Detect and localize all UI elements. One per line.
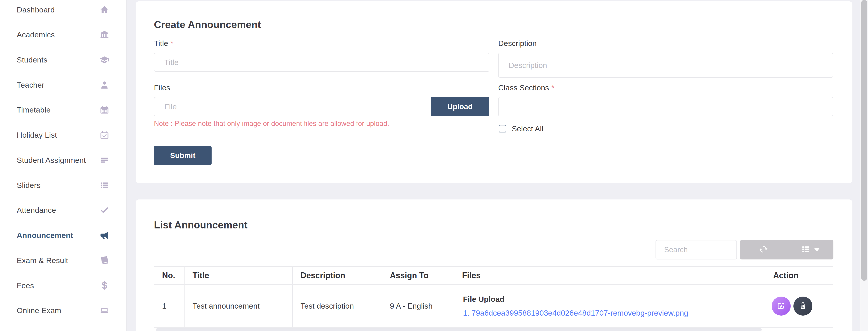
select-all-label: Select All xyxy=(512,124,544,133)
search-input[interactable] xyxy=(656,241,737,259)
sidebar-item-sliders[interactable]: Sliders xyxy=(0,173,126,198)
table-row: 1 Test announcement Test description 9 A… xyxy=(154,285,833,328)
description-input[interactable] xyxy=(499,53,833,77)
create-announcement-card: Create Announcement Title* Description G… xyxy=(135,1,852,183)
sidebar-item-label: Dashboard xyxy=(17,5,55,14)
create-announcement-title: Create Announcement xyxy=(154,19,261,30)
list-lines-icon xyxy=(99,155,110,165)
home-icon xyxy=(99,4,110,15)
col-header-files: Files xyxy=(454,267,765,284)
sidebar: Dashboard Academics Students Teacher Tim… xyxy=(0,0,127,331)
description-input-box xyxy=(498,53,833,78)
sidebar-item-student-assignment[interactable]: Student Assignment xyxy=(0,147,126,172)
title-label: Title* xyxy=(154,39,174,48)
cell-files: File Upload 1. 79a6dcea3995881903e4d026e… xyxy=(454,285,765,327)
sidebar-item-label: Sliders xyxy=(17,181,40,190)
sidebar-item-label: Announcement xyxy=(17,231,73,240)
dollar-icon: $ xyxy=(99,280,110,291)
cell-assign-to: 9 A - English xyxy=(382,285,455,327)
list-icon xyxy=(99,180,110,190)
title-input[interactable] xyxy=(154,53,489,71)
upload-button[interactable]: Upload xyxy=(431,97,489,116)
search-box xyxy=(655,240,737,259)
sidebar-item-announcement[interactable]: Announcement xyxy=(0,223,126,248)
title-input-box xyxy=(154,53,489,72)
delete-button[interactable] xyxy=(794,297,812,315)
sidebar-item-label: Students xyxy=(17,55,48,64)
sidebar-item-label: Fees xyxy=(17,281,34,290)
sidebar-item-label: Online Exam xyxy=(17,306,61,315)
bullhorn-icon xyxy=(99,230,110,241)
refresh-icon xyxy=(758,244,768,255)
files-label: Files xyxy=(154,83,170,92)
sidebar-item-label: Student Assignment xyxy=(17,156,86,165)
calendar-check-icon xyxy=(99,130,110,140)
description-label: Description xyxy=(498,39,537,48)
columns-list-icon xyxy=(801,244,811,255)
cell-title: Test announcement xyxy=(185,285,293,327)
col-header-title: Title xyxy=(185,267,293,284)
sidebar-item-attendance[interactable]: Attendance xyxy=(0,198,126,223)
sidebar-item-dashboard[interactable]: Dashboard xyxy=(0,0,126,22)
col-header-no: No. xyxy=(154,267,185,284)
sidebar-item-students[interactable]: Students xyxy=(0,47,126,72)
required-asterisk: * xyxy=(170,39,174,48)
refresh-button[interactable] xyxy=(740,240,787,259)
select-all-checkbox[interactable] xyxy=(499,125,506,133)
upload-note: Note : Please note that only image or do… xyxy=(154,119,389,128)
sidebar-item-label: Exam & Result xyxy=(17,256,68,265)
edit-icon xyxy=(777,301,786,311)
vertical-scrollbar-thumb[interactable] xyxy=(861,0,867,281)
list-announcement-title: List Announcement xyxy=(154,219,248,231)
col-header-action: Action xyxy=(765,267,833,284)
class-sections-input[interactable] xyxy=(499,98,833,116)
col-header-description: Description xyxy=(293,267,382,284)
file-link[interactable]: 1. 79a6dcea3995881903e4d026e48d1707-remo… xyxy=(463,309,688,318)
graduation-cap-icon xyxy=(99,55,110,65)
table-header-row: No. Title Description Assign To Files Ac… xyxy=(154,267,833,285)
sidebar-item-holiday-list[interactable]: Holiday List xyxy=(0,122,126,147)
columns-button[interactable] xyxy=(787,240,834,259)
vertical-scrollbar-track[interactable] xyxy=(860,0,868,331)
sidebar-item-label: Holiday List xyxy=(17,131,57,139)
sidebar-item-teacher[interactable]: Teacher xyxy=(0,73,126,98)
chevron-down-icon xyxy=(814,248,819,251)
cell-description: Test description xyxy=(293,285,382,327)
cell-action xyxy=(765,285,833,327)
sidebar-item-exam-result[interactable]: Exam & Result xyxy=(0,248,126,273)
required-asterisk: * xyxy=(551,83,554,92)
list-announcement-card: List Announcement No. Title Description … xyxy=(135,199,852,331)
class-sections-input-box xyxy=(498,97,833,116)
sidebar-item-label: Academics xyxy=(17,30,55,39)
class-sections-label: Class Sections* xyxy=(498,83,554,92)
sidebar-item-online-exam[interactable]: Online Exam xyxy=(0,298,126,323)
sidebar-item-timetable[interactable]: Timetable xyxy=(0,98,126,122)
check-icon xyxy=(99,205,110,215)
edit-button[interactable] xyxy=(772,297,791,315)
sidebar-item-fees[interactable]: Fees $ xyxy=(0,273,126,298)
bank-icon xyxy=(99,29,110,40)
sidebar-item-label: Timetable xyxy=(17,106,51,114)
sidebar-item-academics[interactable]: Academics xyxy=(0,22,126,47)
trash-icon xyxy=(798,301,807,311)
horizontal-scrollbar[interactable] xyxy=(156,328,762,331)
calendar-icon xyxy=(99,105,110,115)
col-header-assign-to: Assign To xyxy=(382,267,455,284)
book-icon xyxy=(99,255,110,266)
user-icon xyxy=(99,80,110,90)
laptop-icon xyxy=(99,305,110,315)
sidebar-item-label: Attendance xyxy=(17,206,56,215)
cell-no: 1 xyxy=(154,285,185,327)
announcement-table: No. Title Description Assign To Files Ac… xyxy=(154,266,833,328)
submit-button[interactable]: Submit xyxy=(154,146,212,165)
table-toolbar xyxy=(740,240,833,259)
file-upload-label: File Upload xyxy=(463,295,504,304)
sidebar-item-label: Teacher xyxy=(17,81,44,89)
